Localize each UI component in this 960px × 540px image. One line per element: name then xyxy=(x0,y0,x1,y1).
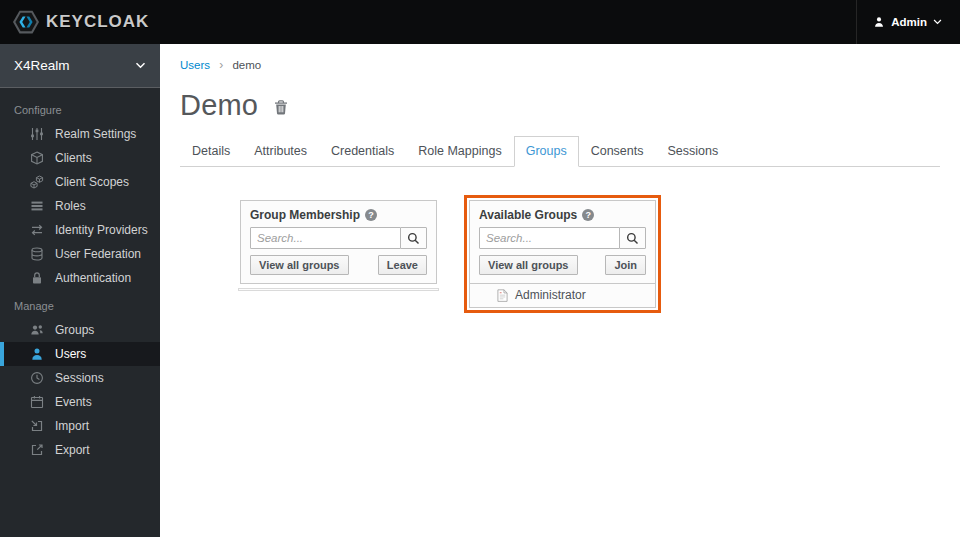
sidebar-item-label: Realm Settings xyxy=(55,127,136,141)
page-title: Demo xyxy=(180,89,258,122)
join-button[interactable]: Join xyxy=(605,255,646,275)
available-groups-search-button[interactable] xyxy=(619,227,646,249)
sidebar-item-export[interactable]: Export xyxy=(0,438,160,462)
available-groups-header: Available Groups ? xyxy=(470,201,655,227)
admin-user-menu[interactable]: Admin xyxy=(856,0,960,44)
trash-icon xyxy=(273,99,289,116)
users-group-icon xyxy=(30,323,44,337)
cubes-icon xyxy=(30,175,44,189)
help-icon[interactable]: ? xyxy=(582,209,594,221)
sidebar-item-import[interactable]: Import xyxy=(0,414,160,438)
sidebar-item-groups[interactable]: Groups xyxy=(0,318,160,342)
user-icon xyxy=(30,347,44,361)
leave-button[interactable]: Leave xyxy=(378,255,427,275)
tab-details[interactable]: Details xyxy=(180,136,242,167)
main-content: Users › demo Demo Details Attributes Cre… xyxy=(160,44,960,540)
sidebar-item-users[interactable]: Users xyxy=(0,342,160,366)
sidebar-item-events[interactable]: Events xyxy=(0,390,160,414)
group-membership-empty-tree xyxy=(238,288,439,291)
sidebar-item-label: Clients xyxy=(55,151,92,165)
brand-title: KEYCLOAK xyxy=(46,12,149,32)
available-groups-actions: View all groups Join xyxy=(470,249,655,283)
sidebar-item-clients[interactable]: Clients xyxy=(0,146,160,170)
group-membership-column: Group Membership ? View all groups Leave xyxy=(240,195,437,291)
delete-user-button[interactable] xyxy=(273,99,289,116)
sidebar-item-label: User Federation xyxy=(55,247,141,261)
sidebar-item-identity-providers[interactable]: Identity Providers xyxy=(0,218,160,242)
sidebar-nav: Configure Realm Settings Clients xyxy=(0,88,160,462)
available-groups-search-input[interactable] xyxy=(479,227,620,249)
database-icon xyxy=(30,247,44,261)
sidebar-item-user-federation[interactable]: User Federation xyxy=(0,242,160,266)
import-icon xyxy=(30,419,44,433)
export-icon xyxy=(30,443,44,457)
tab-groups[interactable]: Groups xyxy=(514,136,579,167)
exchange-icon xyxy=(30,223,44,237)
search-icon xyxy=(407,232,420,245)
user-tabs: Details Attributes Credentials Role Mapp… xyxy=(180,136,940,167)
sidebar-item-label: Export xyxy=(55,443,90,457)
group-membership-title: Group Membership xyxy=(250,208,360,222)
view-all-groups-button[interactable]: View all groups xyxy=(479,255,578,275)
sidebar-item-label: Groups xyxy=(55,323,94,337)
breadcrumb-separator: › xyxy=(219,58,223,72)
chevron-down-icon xyxy=(933,19,942,25)
sidebar-item-label: Events xyxy=(55,395,92,409)
available-groups-highlight: Available Groups ? View all groups Join xyxy=(464,195,661,313)
breadcrumb: Users › demo xyxy=(180,58,940,72)
group-membership-search-button[interactable] xyxy=(400,227,427,249)
page-title-row: Demo xyxy=(180,89,940,122)
group-tree-item-administrator[interactable]: Administrator xyxy=(470,283,655,307)
sliders-icon xyxy=(30,127,44,141)
sidebar-item-authentication[interactable]: Authentication xyxy=(0,266,160,290)
group-membership-search-row xyxy=(241,227,436,249)
nav-section-manage: Manage xyxy=(0,290,160,318)
sidebar-item-roles[interactable]: Roles xyxy=(0,194,160,218)
breadcrumb-current: demo xyxy=(232,59,261,71)
tab-attributes[interactable]: Attributes xyxy=(242,136,319,167)
sidebar-item-label: Roles xyxy=(55,199,86,213)
group-name: Administrator xyxy=(515,288,586,302)
tab-consents[interactable]: Consents xyxy=(579,136,656,167)
sidebar-item-label: Client Scopes xyxy=(55,175,129,189)
file-icon xyxy=(497,289,508,302)
cube-icon xyxy=(30,151,44,165)
available-groups-title: Available Groups xyxy=(479,208,577,222)
top-bar: KEYCLOAK Admin xyxy=(0,0,960,44)
keycloak-logo[interactable]: KEYCLOAK xyxy=(0,9,149,35)
group-membership-search-input[interactable] xyxy=(250,227,401,249)
sidebar-item-label: Users xyxy=(55,347,86,361)
group-membership-actions: View all groups Leave xyxy=(241,249,436,283)
view-all-groups-button[interactable]: View all groups xyxy=(250,255,349,275)
calendar-icon xyxy=(30,395,44,409)
keycloak-hexagon-icon xyxy=(13,9,39,35)
groups-panels: Group Membership ? View all groups Leave xyxy=(240,195,940,313)
tab-credentials[interactable]: Credentials xyxy=(319,136,406,167)
lock-icon xyxy=(30,271,44,285)
available-groups-panel: Available Groups ? View all groups Join xyxy=(469,200,656,308)
realm-selector[interactable]: X4Realm xyxy=(0,44,160,88)
sidebar-item-label: Authentication xyxy=(55,271,131,285)
realm-name: X4Realm xyxy=(14,58,70,73)
group-membership-panel: Group Membership ? View all groups Leave xyxy=(240,200,437,284)
tab-role-mappings[interactable]: Role Mappings xyxy=(406,136,513,167)
help-icon[interactable]: ? xyxy=(365,209,377,221)
tab-sessions[interactable]: Sessions xyxy=(655,136,730,167)
breadcrumb-link-users[interactable]: Users xyxy=(180,59,210,71)
admin-user-label: Admin xyxy=(891,16,927,28)
sidebar-item-realm-settings[interactable]: Realm Settings xyxy=(0,122,160,146)
search-icon xyxy=(626,232,639,245)
sidebar-item-client-scopes[interactable]: Client Scopes xyxy=(0,170,160,194)
group-membership-header: Group Membership ? xyxy=(241,201,436,227)
nav-section-configure: Configure xyxy=(0,94,160,122)
sidebar-item-label: Identity Providers xyxy=(55,223,148,237)
sidebar-item-label: Sessions xyxy=(55,371,104,385)
person-icon xyxy=(873,16,885,28)
sidebar: X4Realm Configure Realm Settings xyxy=(0,44,160,537)
chevron-down-icon xyxy=(135,62,146,69)
available-groups-search-row xyxy=(470,227,655,249)
sidebar-item-sessions[interactable]: Sessions xyxy=(0,366,160,390)
clock-icon xyxy=(30,371,44,385)
sidebar-item-label: Import xyxy=(55,419,89,433)
list-icon xyxy=(30,199,44,213)
